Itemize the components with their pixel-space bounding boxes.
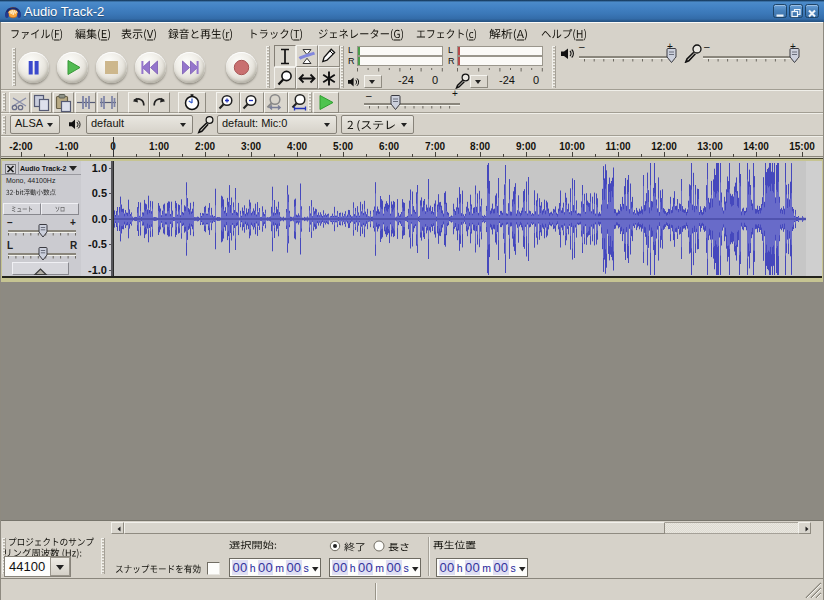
svg-text:7:00: 7:00	[425, 141, 445, 152]
svg-text:10:00: 10:00	[559, 141, 585, 152]
svg-text:13:00: 13:00	[697, 141, 723, 152]
svg-text:12:00: 12:00	[651, 141, 677, 152]
svg-text:2:00: 2:00	[195, 141, 215, 152]
svg-text:11:00: 11:00	[605, 141, 630, 152]
svg-text:9:00: 9:00	[516, 141, 536, 152]
svg-text:15:00: 15:00	[789, 141, 815, 152]
svg-text:-1:00: -1:00	[55, 141, 79, 152]
svg-text:-2:00: -2:00	[9, 141, 33, 152]
svg-text:-0.5: -0.5	[88, 238, 107, 250]
svg-text:1:00: 1:00	[149, 141, 169, 152]
svg-text:1.0: 1.0	[92, 162, 107, 174]
svg-text:8:00: 8:00	[470, 141, 490, 152]
svg-text:4:00: 4:00	[287, 141, 307, 152]
svg-text:-1.0: -1.0	[88, 264, 107, 276]
svg-text:5:00: 5:00	[333, 141, 353, 152]
svg-text:0.0: 0.0	[92, 213, 107, 225]
svg-text:6:00: 6:00	[379, 141, 399, 152]
svg-text:14:00: 14:00	[743, 141, 769, 152]
svg-text:0.5: 0.5	[92, 187, 107, 199]
svg-text:3:00: 3:00	[241, 141, 261, 152]
